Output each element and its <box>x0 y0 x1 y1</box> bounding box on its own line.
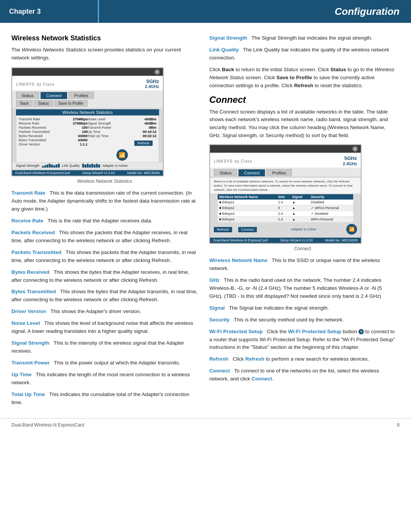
chapter-label: Chapter 3 <box>0 0 99 23</box>
link-quality-bar <box>82 164 100 168</box>
term-refresh: Refresh Click Refresh to perform a new s… <box>209 355 396 363</box>
ui-bottom-bar: Dual-Band Wireless-N ExpressCard Setup W… <box>12 170 163 176</box>
connect-screenshot: ✕ LINKSYS by Cisco 5GHz 2.4GHz Status Co… <box>209 144 362 244</box>
connect-refresh-btn[interactable]: Refresh <box>214 227 232 232</box>
connect-table-note: Below is a list of available wireless ne… <box>210 178 361 194</box>
tab-profiles[interactable]: Profiles <box>68 92 94 99</box>
term-ghz: GHz This is the radio band used on the n… <box>209 276 396 300</box>
table-row[interactable]: ■ linksys4 2.4 ▲ WPA-Personal <box>218 217 353 222</box>
ui-titlebar: ✕ <box>12 68 163 76</box>
connect-tab-status[interactable]: Status <box>214 169 237 176</box>
left-column: Wireless Network Statistics The Wireless… <box>11 34 198 411</box>
term-driver-version: Driver Version This shows the Adapter's … <box>11 308 198 316</box>
linksys-logo: LINKSYS by Cisco <box>16 80 54 87</box>
connect-section-title: Connect <box>209 94 396 105</box>
term-packets-received: Packets Received This shows the packets … <box>11 229 198 245</box>
wireless-stats-intro: The Wireless Networks Statistics screen … <box>11 46 198 62</box>
ui-subtabs: Back Status Save to Profile <box>12 99 163 108</box>
term-transmit-power: Transmit Power This is the power output … <box>11 359 198 367</box>
wns-caption: Wireless Network Statistics <box>11 179 198 184</box>
col-ghz[interactable]: GHz <box>277 194 291 200</box>
connect-connect-btn[interactable]: Connect <box>238 227 257 232</box>
connect-tab-connect[interactable]: Connect <box>238 169 265 176</box>
term-total-up-time: Total Up Time This indicates the cumulat… <box>11 391 198 407</box>
wireless-stats-title: Wireless Network Statistics <box>11 34 198 42</box>
footer-left: Dual-Band Wireless-N ExpressCard <box>11 422 84 428</box>
footer-page-number: 8 <box>397 422 400 428</box>
term-up-time: Up Time This indicates the length of the… <box>11 371 198 387</box>
col-security[interactable]: Security <box>309 194 353 200</box>
btn-back[interactable]: Back <box>16 100 33 107</box>
right-column: Signal Strength The Signal Strength bar … <box>209 34 396 411</box>
close-icon[interactable]: ✕ <box>155 69 160 75</box>
tab-connect[interactable]: Connect <box>40 92 67 99</box>
connect-tab-profiles[interactable]: Profiles <box>266 169 292 176</box>
table-row[interactable]: ■ linksys3 2.4 ▲ ✓ Disabled <box>218 211 353 217</box>
connect-wifi-icon: 📶 <box>346 224 357 235</box>
table-row[interactable]: ■ linksys1 2.4 ▲ Disabled <box>218 200 353 205</box>
page-footer: Dual-Band Wireless-N ExpressCard 8 <box>0 418 411 431</box>
col-network-name[interactable]: Wireless Network Name <box>218 194 277 200</box>
term-packets-transmitted: Packets Transmitted This shows the packe… <box>11 249 198 265</box>
signal-strength-bar <box>42 164 60 168</box>
connect-bottom-bar: Dual-Band Wireless-N ExpressCard Setup W… <box>210 238 361 243</box>
term-receive-rate: Receive Rate This is the rate that the A… <box>11 217 198 225</box>
term-link-quality: Link Quality The Link Quality bar indica… <box>209 46 396 62</box>
term-signal-strength-right: Signal Strength The Signal Strength bar … <box>209 34 396 42</box>
term-signal: Signal The Signal bar indicates the sign… <box>209 304 396 312</box>
wifi-icon: 📶 <box>116 149 128 161</box>
term-security: Security This is the security method use… <box>209 316 396 324</box>
page-title: Configuration <box>99 0 411 23</box>
connect-intro: The Connect screen displays a list of av… <box>209 108 396 140</box>
refresh-button[interactable]: Refresh <box>134 141 153 146</box>
term-wireless-network-name: Wireless Network Name This is the SSID o… <box>209 257 396 273</box>
connect-ui-tabs: Status Connect Profiles <box>210 168 361 176</box>
signal-bar-row: Signal Strength Link Quality <box>12 163 163 169</box>
connect-ui-titlebar: ✕ <box>210 145 361 153</box>
col-signal[interactable]: Signal <box>290 194 309 200</box>
connect-caption: Connect <box>209 246 396 251</box>
wps-icon: ⊕ <box>358 329 364 334</box>
term-bytes-received: Bytes Received This shows the bytes that… <box>11 268 198 284</box>
page-header: Chapter 3 Configuration <box>0 0 411 23</box>
term-wifi-protected-setup: Wi-Fi Protected Setup Click the Wi-Fi Pr… <box>209 328 396 352</box>
btn-status[interactable]: Status <box>34 100 53 107</box>
term-transmit-rate: Transmit Rate This is the data transmiss… <box>11 189 198 213</box>
ghz-badge: 5GHz 2.4GHz <box>145 79 159 89</box>
ui-tabs: Status Connect Profiles <box>12 90 163 99</box>
connect-ui-header: LINKSYS by Cisco 5GHz 2.4GHz <box>210 153 361 167</box>
ui-header: LINKSYS by Cisco 5GHz 2.4GHz <box>12 76 163 90</box>
tab-status[interactable]: Status <box>16 92 39 99</box>
wns-screenshot: ✕ LINKSYS by Cisco 5GHz 2.4GHz Status Co… <box>11 67 164 176</box>
term-signal-strength-left: Signal Strength This is the intensity of… <box>11 339 198 355</box>
table-row[interactable]: ■ linksys2 5 ▲ ✓ WPA2-Personal <box>218 205 353 211</box>
btn-save-profile[interactable]: Save to Profile <box>54 100 88 107</box>
connect-adapter-label: Adapter is Active <box>291 227 316 231</box>
stats-section-title: Wireless Network Statistics <box>16 109 159 115</box>
connect-ghz-badge: 5GHz 2.4GHz <box>343 156 357 166</box>
connect-linksys-logo: LINKSYS by Cisco <box>214 157 252 164</box>
term-connect: Connect To connect to one of the network… <box>209 367 396 383</box>
chapter-text: Chapter 3 <box>9 8 41 16</box>
term-noise-level: Noise Level This shows the level of back… <box>11 320 198 335</box>
back-text: Click Back to return to the initial Stat… <box>209 66 396 90</box>
title-text: Configuration <box>335 6 400 18</box>
term-bytes-transmitted: Bytes Transmitted This shows the bytes t… <box>11 288 198 304</box>
stats-grid: Transmit Rate270Mbps Receive Rate270Mbps… <box>16 115 159 163</box>
main-content: Wireless Network Statistics The Wireless… <box>0 23 411 418</box>
networks-table: Wireless Network Name GHz Signal Securit… <box>218 194 353 222</box>
connect-close-icon[interactable]: ✕ <box>352 146 358 152</box>
